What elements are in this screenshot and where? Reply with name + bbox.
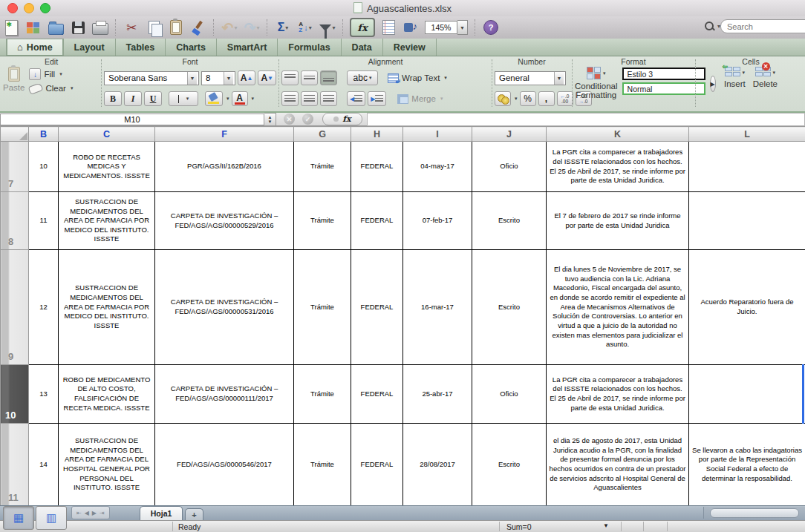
cell[interactable]: Escrito (472, 424, 547, 506)
percent-button[interactable]: % (520, 91, 536, 106)
cut-button[interactable]: ✂ (123, 19, 140, 36)
cell[interactable]: SUSTRACCION DE MEDICAMENTOS DEL AREA DE … (59, 424, 155, 506)
tab-charts[interactable]: Charts (166, 39, 217, 56)
border-select[interactable]: ▾ (169, 91, 198, 106)
scrollbar-thumb[interactable] (710, 508, 799, 518)
wrap-text-button[interactable]: Wrap Text▾ (388, 73, 447, 83)
tab-home[interactable]: ⌂Home (6, 39, 64, 56)
cell[interactable]: 07-feb-17 (403, 192, 472, 250)
font-color-dropdown-icon[interactable]: ▾ (252, 96, 255, 102)
font-size-select[interactable]: 8▼ (201, 71, 235, 85)
cell[interactable]: Trámite (294, 250, 351, 365)
cell[interactable]: Acuerdo Reparatorio fuera de Juicio. (689, 250, 805, 365)
cell[interactable]: FEDERAL (351, 142, 403, 192)
cell[interactable]: La PGR cita a comparecer a trabajadores … (547, 142, 689, 192)
cell[interactable]: 14 (29, 424, 59, 506)
save-button[interactable] (69, 19, 87, 36)
grow-font-button[interactable]: A▲ (238, 70, 256, 85)
sheet-tab-hoja1[interactable]: Hoja1 (140, 506, 183, 520)
accept-entry-button[interactable]: ✓ (302, 114, 313, 125)
open-button[interactable]: ↓ (47, 19, 65, 36)
increase-indent-button[interactable]: ▶ (368, 91, 386, 106)
tab-data[interactable]: Data (342, 39, 383, 56)
sum-indicator[interactable]: Sum=0 (506, 522, 532, 531)
tab-smartart[interactable]: SmartArt (217, 39, 278, 56)
filter-button[interactable]: ▾ (319, 19, 336, 36)
cell[interactable]: ROBO DE MEDICAMENTO DE ALTO COSTO, FALSI… (59, 365, 155, 424)
tab-review[interactable]: Review (383, 39, 437, 56)
name-box[interactable]: M10 (0, 114, 264, 125)
increase-decimal-button[interactable]: ←.0.00 (557, 91, 573, 106)
add-sheet-button[interactable]: + (185, 508, 203, 520)
cell[interactable]: el dia 25 de agosto de 2017, esta Unidad… (547, 424, 689, 506)
page-layout-view-button[interactable]: ▥ (36, 506, 67, 530)
next-sheet-icon[interactable]: ▶ (92, 510, 97, 516)
column-header-L[interactable]: L (689, 127, 805, 142)
cell[interactable]: Escrito (472, 250, 547, 365)
cell[interactable]: Oficio (472, 365, 547, 424)
cell[interactable]: FEDERAL (351, 192, 403, 250)
clear-button[interactable]: Clear▾ (29, 84, 73, 93)
redo-button[interactable]: ↷▾ (243, 19, 261, 36)
currency-dropdown-icon[interactable]: ▾ (515, 96, 518, 102)
column-header-G[interactable]: G (294, 127, 351, 142)
row-header-8[interactable]: 8 (1, 192, 29, 250)
align-bottom-button[interactable] (320, 70, 337, 85)
undo-button[interactable]: ↶▾ (221, 19, 238, 36)
fill-button[interactable]: ↓ Fill▾ (29, 68, 73, 80)
insert-cells-button[interactable]: ⇦▾ Insert (724, 67, 746, 88)
cell[interactable]: FEDERAL (351, 424, 403, 506)
cell[interactable]: Trámite (294, 142, 351, 192)
cell[interactable]: 04-may-17 (403, 142, 472, 192)
new-workbook-button[interactable]: ✱ (2, 19, 20, 36)
decrease-indent-button[interactable]: ◀ (347, 91, 365, 106)
tab-layout[interactable]: Layout (64, 39, 116, 56)
horizontal-scrollbar[interactable] (703, 507, 805, 519)
column-header-K[interactable]: K (547, 127, 689, 142)
first-sheet-icon[interactable]: ⇤ (76, 510, 82, 516)
shrink-font-button[interactable]: A▼ (258, 70, 276, 85)
last-sheet-icon[interactable]: ⇥ (100, 510, 105, 516)
paste-big-button[interactable]: Paste (3, 67, 25, 93)
copy-button[interactable] (145, 19, 163, 36)
cell[interactable]: 16-mar-17 (403, 250, 472, 365)
text-orientation-button[interactable]: abc▾ (347, 70, 378, 85)
tab-formulas[interactable]: Formulas (278, 39, 341, 56)
column-header-J[interactable]: J (472, 127, 547, 142)
search-icon[interactable] (705, 22, 715, 32)
font-name-select[interactable]: Soberana Sans▼ (104, 71, 199, 85)
cell[interactable]: FEDERAL (351, 365, 403, 424)
sheet-nav-buttons[interactable]: ⇤ ◀ ▶ ⇥ (71, 506, 110, 519)
cell[interactable]: ROBO DE RECETAS MEDICAS Y MEDICAMENTOS. … (59, 142, 155, 192)
help-button[interactable]: ? (482, 19, 500, 36)
row-header-11[interactable]: 11 (1, 424, 29, 506)
cell[interactable]: 13 (29, 365, 59, 424)
underline-button[interactable]: U (144, 91, 162, 106)
cell[interactable]: El dia lunes 5 de Noviembre de 2017, se … (547, 250, 689, 365)
fill-color-button[interactable] (205, 91, 223, 106)
column-header-H[interactable]: H (351, 127, 403, 142)
cell[interactable]: CARPETA DE INVESTIGACIÓN – FED/AGS/AGS/0… (155, 250, 294, 365)
row-header-9[interactable]: 9 (1, 250, 29, 365)
fill-color-dropdown-icon[interactable]: ▾ (226, 96, 229, 102)
name-box-stepper[interactable]: ▲▼ (264, 113, 276, 126)
align-middle-button[interactable] (301, 70, 318, 85)
align-top-button[interactable] (281, 70, 299, 85)
autosum-button[interactable]: Σ▾ (274, 19, 292, 36)
cell[interactable] (689, 142, 805, 192)
italic-button[interactable]: I (124, 91, 142, 106)
cell[interactable]: 12 (29, 250, 59, 365)
row-header-10-selected[interactable]: 10 (1, 365, 29, 424)
formula-input[interactable] (367, 113, 805, 126)
align-right-button[interactable] (320, 91, 337, 106)
select-all-corner[interactable] (1, 127, 29, 142)
cell[interactable]: Trámite (294, 365, 351, 424)
tab-tables[interactable]: Tables (116, 39, 166, 56)
zoom-dropdown-icon[interactable]: ▼ (457, 20, 468, 35)
reference-button[interactable] (379, 19, 397, 36)
prev-sheet-icon[interactable]: ◀ (85, 510, 89, 516)
template-gallery-button[interactable] (25, 19, 42, 36)
column-header-B[interactable]: B (29, 127, 59, 142)
font-color-button[interactable]: A (232, 91, 248, 106)
column-header-F[interactable]: F (155, 127, 294, 142)
